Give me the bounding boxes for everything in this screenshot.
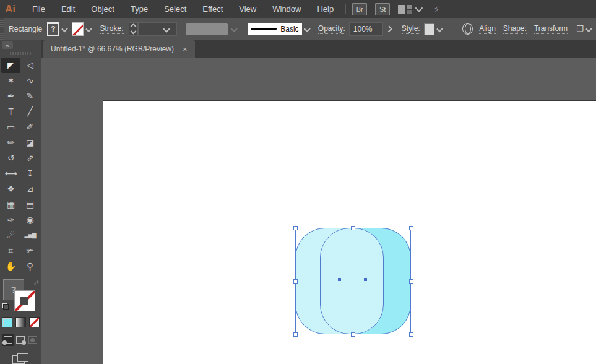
paintbrush-tool[interactable]: ✐ bbox=[20, 119, 40, 135]
brush-stroke-preview bbox=[251, 28, 277, 30]
gradient-button[interactable] bbox=[15, 317, 26, 327]
opacity-label[interactable]: Opacity: bbox=[318, 24, 345, 34]
magic-wand-tool[interactable]: ✶ bbox=[1, 73, 20, 89]
shape-center-point-back[interactable] bbox=[364, 278, 367, 281]
mesh-tool[interactable]: ▦ bbox=[1, 197, 20, 212]
shape-center-point-front[interactable] bbox=[338, 278, 341, 281]
color-button[interactable] bbox=[2, 317, 12, 327]
menu-bar: Ai FileEditObjectTypeSelectEffectViewWin… bbox=[0, 0, 596, 18]
selection-handle-n[interactable] bbox=[351, 226, 355, 230]
menubar-divider bbox=[345, 4, 346, 14]
curvature-tool[interactable]: ✎ bbox=[20, 89, 40, 104]
selection-handle-nw[interactable] bbox=[293, 226, 298, 230]
hand-tool[interactable]: ✋ bbox=[1, 259, 20, 274]
slice-tool[interactable]: ✃ bbox=[20, 243, 40, 259]
control-bar-grip[interactable] bbox=[0, 18, 4, 40]
selection-bounding-box[interactable] bbox=[295, 228, 411, 334]
tools-panel-grip[interactable] bbox=[10, 52, 31, 55]
change-screen-mode-icon[interactable] bbox=[12, 353, 28, 364]
close-icon[interactable]: × bbox=[183, 45, 188, 54]
menu-item-window[interactable]: Window bbox=[264, 0, 309, 18]
stroke-color-none-swatch[interactable] bbox=[72, 22, 84, 36]
brushes-panel-button[interactable]: Br bbox=[352, 3, 367, 15]
selection-handle-e[interactable] bbox=[409, 279, 413, 284]
canvas-area[interactable] bbox=[41, 58, 596, 364]
artboard-tool[interactable]: ⌗ bbox=[1, 243, 20, 259]
brush-chevron-icon[interactable] bbox=[304, 25, 311, 32]
shape-link[interactable]: Shape: bbox=[503, 24, 527, 34]
lasso-tool[interactable]: ∿ bbox=[20, 73, 40, 89]
control-bar: Rectangle ? Stroke: Basic Opacity: 100% … bbox=[0, 18, 596, 40]
menu-item-type[interactable]: Type bbox=[123, 0, 156, 18]
style-chevron-icon[interactable] bbox=[437, 25, 444, 32]
gpu-performance-icon[interactable]: ⚡ bbox=[433, 4, 440, 15]
pencil-tool[interactable]: ✏ bbox=[1, 135, 20, 150]
opacity-input[interactable]: 100% bbox=[349, 22, 384, 36]
tools-panel: « ◤◁✶∿✒✎T╱▭✐✏◪↺⇗⟷↧❖⊿▦▤✑◉☄▂▅▇⌗✃✋⚲ ? ⇄ bbox=[0, 40, 41, 364]
stroke-proxy-none[interactable] bbox=[14, 290, 35, 311]
column-graph-tool[interactable]: ▂▅▇ bbox=[20, 228, 40, 243]
puppet-warp-tool[interactable]: ↧ bbox=[20, 166, 40, 181]
blend-tool[interactable]: ◉ bbox=[20, 212, 40, 228]
shape-builder-tool[interactable]: ❖ bbox=[1, 181, 20, 197]
default-fill-stroke-icon[interactable] bbox=[2, 303, 9, 310]
align-link[interactable]: Align bbox=[479, 24, 496, 34]
eraser-tool[interactable]: ◪ bbox=[20, 135, 40, 150]
type-tool[interactable]: T bbox=[1, 104, 20, 119]
chevron-down-icon[interactable] bbox=[415, 4, 423, 12]
rotate-tool[interactable]: ↺ bbox=[1, 150, 20, 166]
brush-definition-dropdown[interactable]: Basic bbox=[248, 23, 301, 35]
selection-handle-w[interactable] bbox=[293, 279, 298, 284]
graphic-styles-panel-button[interactable]: St bbox=[375, 3, 390, 15]
transform-link[interactable]: Transform bbox=[534, 24, 568, 34]
variable-width-profile-dropdown bbox=[186, 23, 228, 35]
stroke-width-combo[interactable] bbox=[138, 22, 178, 36]
eyedropper-tool[interactable]: ✑ bbox=[1, 212, 20, 228]
workspace-switcher-icon[interactable] bbox=[398, 5, 412, 14]
selection-handle-ne[interactable] bbox=[409, 226, 413, 230]
draw-behind-button[interactable] bbox=[14, 334, 27, 346]
draw-inside-button[interactable] bbox=[27, 334, 39, 346]
stroke-width-stepper[interactable] bbox=[129, 22, 138, 36]
symbol-sprayer-tool[interactable]: ☄ bbox=[1, 228, 20, 243]
selection-handle-se[interactable] bbox=[409, 332, 413, 337]
menu-item-file[interactable]: File bbox=[24, 0, 53, 18]
selection-handle-s[interactable] bbox=[351, 332, 355, 337]
zoom-tool[interactable]: ⚲ bbox=[20, 259, 40, 274]
menu-item-help[interactable]: Help bbox=[309, 0, 342, 18]
opacity-expand-arrow-icon[interactable] bbox=[386, 25, 393, 32]
graphic-style-swatch[interactable] bbox=[424, 23, 435, 35]
stroke-dropdown-chevron-icon[interactable] bbox=[86, 25, 93, 32]
selection-handle-sw[interactable] bbox=[293, 332, 298, 337]
menu-items: FileEditObjectTypeSelectEffectViewWindow… bbox=[24, 0, 342, 18]
collapse-panel-icon[interactable]: « bbox=[2, 41, 13, 49]
width-tool[interactable]: ⟷ bbox=[1, 166, 20, 181]
pen-tool[interactable]: ✒ bbox=[1, 89, 20, 104]
fill-dropdown-chevron-icon[interactable] bbox=[61, 25, 68, 32]
document-tab[interactable]: Untitled-1* @ 66.67% (RGB/Preview) × bbox=[43, 40, 195, 58]
none-button[interactable] bbox=[29, 317, 40, 327]
menu-item-effect[interactable]: Effect bbox=[194, 0, 231, 18]
perspective-grid-tool[interactable]: ⊿ bbox=[20, 181, 40, 197]
recolor-artwork-icon[interactable] bbox=[462, 23, 473, 35]
drawing-modes-row bbox=[2, 334, 39, 346]
rectangle-tool[interactable]: ▭ bbox=[1, 119, 20, 135]
context-label: Rectangle bbox=[9, 25, 42, 33]
scale-tool[interactable]: ⇗ bbox=[20, 150, 40, 166]
menu-item-object[interactable]: Object bbox=[83, 0, 123, 18]
menu-item-edit[interactable]: Edit bbox=[53, 0, 83, 18]
menu-item-view[interactable]: View bbox=[231, 0, 264, 18]
draw-normal-button[interactable] bbox=[2, 334, 14, 346]
isolate-selected-object-icon[interactable]: ❐ bbox=[576, 24, 584, 33]
style-label[interactable]: Style: bbox=[402, 24, 420, 34]
illustrator-logo: Ai bbox=[5, 3, 15, 15]
stroke-label[interactable]: Stroke: bbox=[100, 24, 124, 34]
swap-fill-stroke-icon[interactable]: ⇄ bbox=[34, 279, 39, 286]
menu-item-select[interactable]: Select bbox=[156, 0, 194, 18]
fill-color-swatch[interactable]: ? bbox=[47, 22, 59, 36]
gradient-tool[interactable]: ▤ bbox=[20, 197, 40, 212]
selection-tool[interactable]: ◤ bbox=[1, 58, 20, 73]
direct-selection-tool[interactable]: ◁ bbox=[20, 58, 40, 73]
line-segment-tool[interactable]: ╱ bbox=[20, 104, 40, 119]
options-chevron-icon[interactable] bbox=[585, 25, 592, 32]
